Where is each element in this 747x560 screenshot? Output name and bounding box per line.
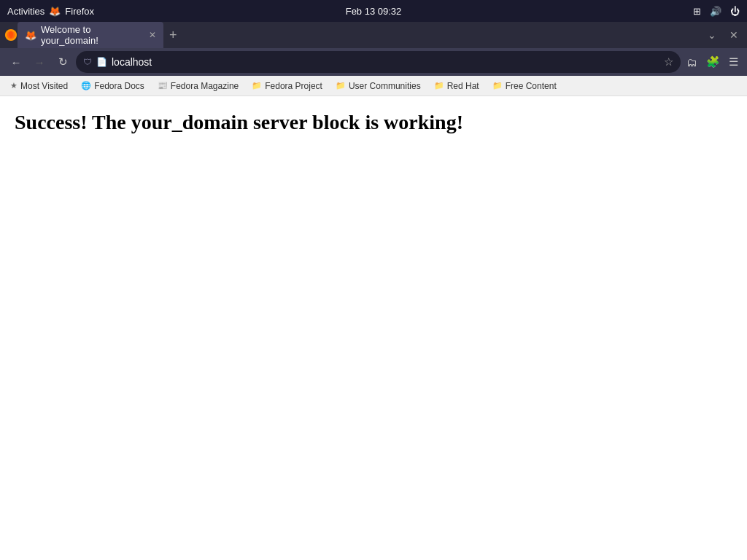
system-datetime: Feb 13 09:32 [346,6,402,17]
forward-button[interactable]: → [29,52,50,72]
page-heading: Success! The your_domain server block is… [15,111,732,134]
titlebar: 🦊 Welcome to your_domain! ✕ + ⌄ ✕ [0,22,747,48]
globe-icon: 🌐 [81,81,91,90]
bookmark-label: Red Hat [447,81,479,91]
bookmark-label: Fedora Project [265,81,322,91]
folder-icon: 📁 [252,81,262,90]
bookmark-fedora-project[interactable]: 📁 Fedora Project [246,79,328,93]
volume-icon: 🔊 [710,6,721,17]
star-icon: ★ [10,81,18,90]
tab-favicon: 🦊 [25,30,36,41]
titlebar-controls: ⌄ ✕ [703,28,743,42]
browser-label: Firefox [65,6,94,17]
tab-title: Welcome to your_domain! [41,24,144,46]
folder-icon: 📁 [336,81,346,90]
firefox-logo [4,28,18,42]
tab-close-button[interactable]: ✕ [149,30,156,40]
nav-actions: 🗂 🧩 ☰ [684,52,741,71]
tabs-dropdown-button[interactable]: ⌄ [703,28,721,42]
bookmark-fedora-docs[interactable]: 🌐 Fedora Docs [75,79,150,93]
extensions-button[interactable]: 🧩 [703,52,723,71]
page-content: Success! The your_domain server block is… [0,96,747,560]
bookmark-red-hat[interactable]: 📁 Red Hat [428,79,485,93]
pocket-button[interactable]: 🗂 [684,53,700,71]
active-tab[interactable]: 🦊 Welcome to your_domain! ✕ [18,22,163,48]
activities-label[interactable]: Activities [7,6,44,17]
bookmarks-bar: ★ Most Visited 🌐 Fedora Docs 📰 Fedora Ma… [0,76,747,96]
menu-button[interactable]: ☰ [726,52,741,71]
bookmark-label: User Communities [349,81,421,91]
bookmark-most-visited[interactable]: ★ Most Visited [4,79,74,93]
bookmark-fedora-magazine[interactable]: 📰 Fedora Magazine [152,79,244,93]
tab-bar: 🦊 Welcome to your_domain! ✕ + [18,22,703,48]
back-button[interactable]: ← [6,52,26,72]
system-tray: ⊞ 🔊 ⏻ [693,6,740,17]
shield-icon: 🛡 [83,57,92,67]
bookmark-star-button[interactable]: ☆ [664,55,673,69]
url-bar[interactable]: 🛡 📄 localhost ☆ [76,51,681,73]
bookmark-label: Free Content [506,81,557,91]
network-icon: ⊞ [693,6,701,17]
bookmark-user-communities[interactable]: 📁 User Communities [330,79,427,93]
bookmark-free-content[interactable]: 📁 Free Content [487,79,562,93]
navbar: ← → ↻ 🛡 📄 localhost ☆ 🗂 🧩 ☰ [0,48,747,76]
system-bar-left: Activities 🦊 Firefox [7,6,94,17]
power-icon: ⏻ [730,6,740,17]
reload-button[interactable]: ↻ [53,52,73,72]
url-text: localhost [112,56,659,68]
bookmark-label: Most Visited [20,81,68,91]
system-bar: Activities 🦊 Firefox Feb 13 09:32 ⊞ 🔊 ⏻ [0,0,747,22]
folder-icon: 📁 [434,81,444,90]
window-close-button[interactable]: ✕ [725,28,743,42]
new-tab-button[interactable]: + [163,22,183,48]
bookmark-label: Fedora Docs [94,81,144,91]
page-icon: 📄 [96,57,107,67]
bookmark-label: Fedora Magazine [171,81,239,91]
firefox-icon: 🦊 [49,6,61,17]
folder-icon: 📁 [492,81,503,90]
folder-icon: 📰 [158,81,168,90]
